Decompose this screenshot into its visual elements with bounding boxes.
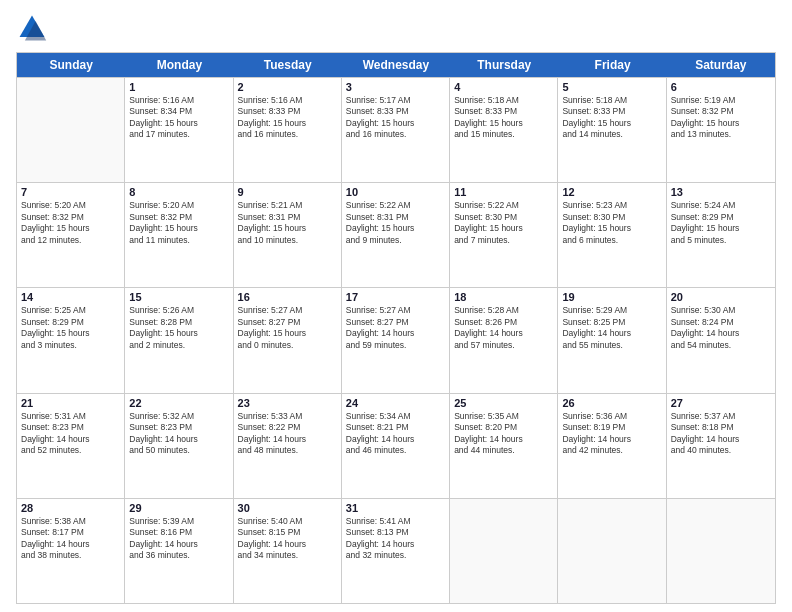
day-info: Sunrise: 5:23 AM Sunset: 8:30 PM Dayligh…: [562, 200, 661, 246]
day-number: 4: [454, 81, 553, 93]
day-info: Sunrise: 5:19 AM Sunset: 8:32 PM Dayligh…: [671, 95, 771, 141]
calendar-cell: 23Sunrise: 5:33 AM Sunset: 8:22 PM Dayli…: [234, 394, 342, 498]
calendar-cell: 24Sunrise: 5:34 AM Sunset: 8:21 PM Dayli…: [342, 394, 450, 498]
calendar-body: 1Sunrise: 5:16 AM Sunset: 8:34 PM Daylig…: [17, 77, 775, 603]
calendar-cell: 13Sunrise: 5:24 AM Sunset: 8:29 PM Dayli…: [667, 183, 775, 287]
day-info: Sunrise: 5:40 AM Sunset: 8:15 PM Dayligh…: [238, 516, 337, 562]
calendar-cell: 5Sunrise: 5:18 AM Sunset: 8:33 PM Daylig…: [558, 78, 666, 182]
day-number: 31: [346, 502, 445, 514]
day-info: Sunrise: 5:26 AM Sunset: 8:28 PM Dayligh…: [129, 305, 228, 351]
day-number: 5: [562, 81, 661, 93]
day-info: Sunrise: 5:16 AM Sunset: 8:33 PM Dayligh…: [238, 95, 337, 141]
day-info: Sunrise: 5:36 AM Sunset: 8:19 PM Dayligh…: [562, 411, 661, 457]
day-number: 7: [21, 186, 120, 198]
day-number: 1: [129, 81, 228, 93]
day-number: 20: [671, 291, 771, 303]
weekday-header: Saturday: [667, 53, 775, 77]
day-number: 14: [21, 291, 120, 303]
day-info: Sunrise: 5:17 AM Sunset: 8:33 PM Dayligh…: [346, 95, 445, 141]
weekday-header: Friday: [558, 53, 666, 77]
calendar-cell: 15Sunrise: 5:26 AM Sunset: 8:28 PM Dayli…: [125, 288, 233, 392]
day-info: Sunrise: 5:22 AM Sunset: 8:31 PM Dayligh…: [346, 200, 445, 246]
day-info: Sunrise: 5:25 AM Sunset: 8:29 PM Dayligh…: [21, 305, 120, 351]
calendar-cell: 4Sunrise: 5:18 AM Sunset: 8:33 PM Daylig…: [450, 78, 558, 182]
calendar-cell: 31Sunrise: 5:41 AM Sunset: 8:13 PM Dayli…: [342, 499, 450, 603]
day-info: Sunrise: 5:28 AM Sunset: 8:26 PM Dayligh…: [454, 305, 553, 351]
weekday-header: Tuesday: [234, 53, 342, 77]
day-info: Sunrise: 5:20 AM Sunset: 8:32 PM Dayligh…: [129, 200, 228, 246]
day-number: 6: [671, 81, 771, 93]
day-number: 8: [129, 186, 228, 198]
day-info: Sunrise: 5:39 AM Sunset: 8:16 PM Dayligh…: [129, 516, 228, 562]
calendar-cell: 2Sunrise: 5:16 AM Sunset: 8:33 PM Daylig…: [234, 78, 342, 182]
day-info: Sunrise: 5:32 AM Sunset: 8:23 PM Dayligh…: [129, 411, 228, 457]
calendar-cell: 17Sunrise: 5:27 AM Sunset: 8:27 PM Dayli…: [342, 288, 450, 392]
calendar-cell: 3Sunrise: 5:17 AM Sunset: 8:33 PM Daylig…: [342, 78, 450, 182]
calendar-row: 7Sunrise: 5:20 AM Sunset: 8:32 PM Daylig…: [17, 182, 775, 287]
day-number: 23: [238, 397, 337, 409]
day-number: 27: [671, 397, 771, 409]
calendar-cell: 10Sunrise: 5:22 AM Sunset: 8:31 PM Dayli…: [342, 183, 450, 287]
day-info: Sunrise: 5:31 AM Sunset: 8:23 PM Dayligh…: [21, 411, 120, 457]
calendar-row: 28Sunrise: 5:38 AM Sunset: 8:17 PM Dayli…: [17, 498, 775, 603]
calendar-row: 14Sunrise: 5:25 AM Sunset: 8:29 PM Dayli…: [17, 287, 775, 392]
calendar-cell: [17, 78, 125, 182]
calendar-row: 1Sunrise: 5:16 AM Sunset: 8:34 PM Daylig…: [17, 77, 775, 182]
calendar-cell: [450, 499, 558, 603]
day-info: Sunrise: 5:21 AM Sunset: 8:31 PM Dayligh…: [238, 200, 337, 246]
calendar: SundayMondayTuesdayWednesdayThursdayFrid…: [16, 52, 776, 604]
calendar-cell: 16Sunrise: 5:27 AM Sunset: 8:27 PM Dayli…: [234, 288, 342, 392]
day-number: 13: [671, 186, 771, 198]
calendar-cell: 8Sunrise: 5:20 AM Sunset: 8:32 PM Daylig…: [125, 183, 233, 287]
day-info: Sunrise: 5:37 AM Sunset: 8:18 PM Dayligh…: [671, 411, 771, 457]
calendar-cell: 1Sunrise: 5:16 AM Sunset: 8:34 PM Daylig…: [125, 78, 233, 182]
day-number: 9: [238, 186, 337, 198]
calendar-cell: 7Sunrise: 5:20 AM Sunset: 8:32 PM Daylig…: [17, 183, 125, 287]
day-number: 2: [238, 81, 337, 93]
calendar-cell: 14Sunrise: 5:25 AM Sunset: 8:29 PM Dayli…: [17, 288, 125, 392]
day-info: Sunrise: 5:20 AM Sunset: 8:32 PM Dayligh…: [21, 200, 120, 246]
day-number: 30: [238, 502, 337, 514]
calendar-cell: 12Sunrise: 5:23 AM Sunset: 8:30 PM Dayli…: [558, 183, 666, 287]
calendar-cell: 18Sunrise: 5:28 AM Sunset: 8:26 PM Dayli…: [450, 288, 558, 392]
calendar-cell: 19Sunrise: 5:29 AM Sunset: 8:25 PM Dayli…: [558, 288, 666, 392]
logo-icon: [16, 12, 48, 44]
calendar-cell: 22Sunrise: 5:32 AM Sunset: 8:23 PM Dayli…: [125, 394, 233, 498]
day-number: 12: [562, 186, 661, 198]
weekday-header: Sunday: [17, 53, 125, 77]
day-info: Sunrise: 5:33 AM Sunset: 8:22 PM Dayligh…: [238, 411, 337, 457]
day-number: 11: [454, 186, 553, 198]
day-info: Sunrise: 5:30 AM Sunset: 8:24 PM Dayligh…: [671, 305, 771, 351]
calendar-cell: [667, 499, 775, 603]
calendar-header: SundayMondayTuesdayWednesdayThursdayFrid…: [17, 53, 775, 77]
day-info: Sunrise: 5:24 AM Sunset: 8:29 PM Dayligh…: [671, 200, 771, 246]
day-info: Sunrise: 5:38 AM Sunset: 8:17 PM Dayligh…: [21, 516, 120, 562]
page: SundayMondayTuesdayWednesdayThursdayFrid…: [0, 0, 792, 612]
day-info: Sunrise: 5:18 AM Sunset: 8:33 PM Dayligh…: [454, 95, 553, 141]
weekday-header: Wednesday: [342, 53, 450, 77]
day-info: Sunrise: 5:35 AM Sunset: 8:20 PM Dayligh…: [454, 411, 553, 457]
day-number: 24: [346, 397, 445, 409]
calendar-row: 21Sunrise: 5:31 AM Sunset: 8:23 PM Dayli…: [17, 393, 775, 498]
day-info: Sunrise: 5:41 AM Sunset: 8:13 PM Dayligh…: [346, 516, 445, 562]
calendar-cell: 20Sunrise: 5:30 AM Sunset: 8:24 PM Dayli…: [667, 288, 775, 392]
day-info: Sunrise: 5:22 AM Sunset: 8:30 PM Dayligh…: [454, 200, 553, 246]
day-number: 3: [346, 81, 445, 93]
day-number: 19: [562, 291, 661, 303]
day-number: 22: [129, 397, 228, 409]
calendar-cell: 30Sunrise: 5:40 AM Sunset: 8:15 PM Dayli…: [234, 499, 342, 603]
weekday-header: Monday: [125, 53, 233, 77]
calendar-cell: [558, 499, 666, 603]
header: [16, 12, 776, 44]
day-info: Sunrise: 5:27 AM Sunset: 8:27 PM Dayligh…: [346, 305, 445, 351]
calendar-cell: 25Sunrise: 5:35 AM Sunset: 8:20 PM Dayli…: [450, 394, 558, 498]
day-info: Sunrise: 5:27 AM Sunset: 8:27 PM Dayligh…: [238, 305, 337, 351]
calendar-cell: 9Sunrise: 5:21 AM Sunset: 8:31 PM Daylig…: [234, 183, 342, 287]
calendar-cell: 6Sunrise: 5:19 AM Sunset: 8:32 PM Daylig…: [667, 78, 775, 182]
day-number: 21: [21, 397, 120, 409]
day-number: 17: [346, 291, 445, 303]
day-number: 29: [129, 502, 228, 514]
day-info: Sunrise: 5:29 AM Sunset: 8:25 PM Dayligh…: [562, 305, 661, 351]
day-info: Sunrise: 5:18 AM Sunset: 8:33 PM Dayligh…: [562, 95, 661, 141]
weekday-header: Thursday: [450, 53, 558, 77]
